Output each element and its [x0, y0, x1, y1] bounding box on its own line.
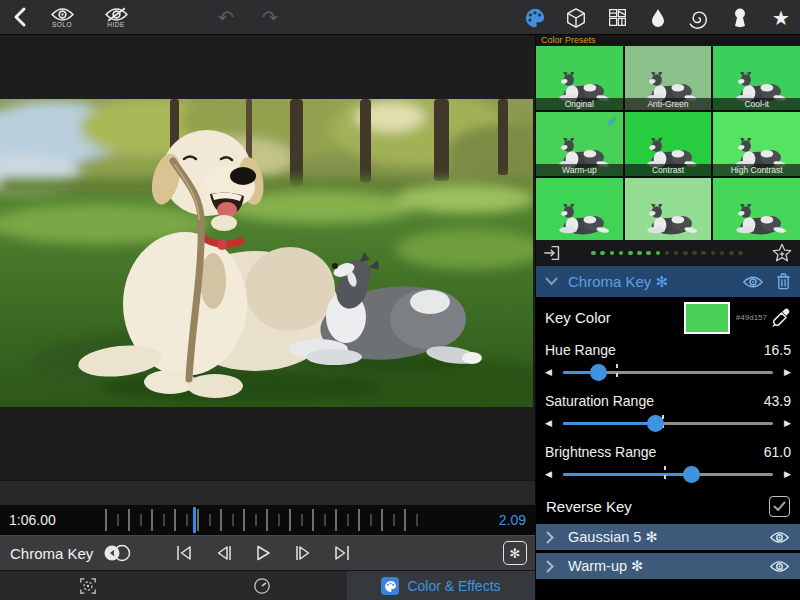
effect-bar-warm-up[interactable]: Warm-up ✻ — [536, 553, 800, 579]
preset-partial-7[interactable] — [625, 178, 712, 240]
dog-thumbnail — [722, 198, 791, 236]
ruler-tick — [278, 514, 280, 526]
ruler-tick — [416, 514, 418, 526]
preset-cool-it[interactable]: Cool-it — [713, 46, 800, 110]
slider-hue-range: Hue Range16.5◀▶ — [536, 338, 800, 389]
slider-increment-arrow[interactable]: ▶ — [779, 418, 791, 428]
slider-increment-arrow[interactable]: ▶ — [779, 367, 791, 377]
pager-dot — [692, 251, 697, 256]
ruler-tick — [209, 514, 211, 526]
pager-dots[interactable] — [563, 251, 771, 256]
pager-dot — [600, 251, 605, 256]
solo-button[interactable]: SOLO — [42, 7, 82, 28]
slider-saturation-range: Saturation Range43.9◀▶ — [536, 389, 800, 440]
slider-decrement-arrow[interactable]: ◀ — [545, 418, 557, 428]
solo-eye-icon — [50, 7, 75, 22]
key-color-swatch[interactable] — [684, 302, 730, 334]
tab-frame-fit[interactable] — [78, 576, 98, 596]
effect-keyframe-button[interactable]: ✻ — [503, 541, 527, 565]
slider-value: 61.0 — [764, 444, 791, 460]
pager-dot — [619, 251, 624, 256]
slider-default-marker — [664, 466, 666, 482]
compare-toggle[interactable] — [103, 544, 131, 562]
spiral-icon[interactable] — [686, 5, 712, 31]
pager-dot — [665, 251, 670, 256]
slider-fill — [563, 422, 655, 425]
skip-to-end-button[interactable] — [330, 542, 354, 564]
check-icon — [773, 501, 786, 512]
effect-visibility-eye-icon[interactable] — [742, 275, 764, 289]
preset-anti-green[interactable]: Anti-Green — [625, 46, 712, 110]
effect-visibility-eye-icon[interactable] — [769, 560, 790, 573]
tab-speed[interactable] — [252, 576, 272, 596]
pager-dot — [729, 251, 734, 256]
ruler-tick — [324, 514, 326, 526]
skip-to-start-button[interactable] — [172, 542, 196, 564]
slider-track[interactable] — [563, 371, 773, 374]
ruler-tick — [335, 509, 337, 531]
preset-original[interactable]: Original — [536, 46, 623, 110]
delete-effect-trash-icon[interactable] — [776, 273, 791, 290]
preset-contrast[interactable]: Contrast — [625, 112, 712, 176]
effect-bar-gaussian-5[interactable]: Gaussian 5 ✻ — [536, 524, 800, 550]
expand-chevron-icon — [546, 531, 554, 544]
effect-visibility-eye-icon[interactable] — [769, 531, 790, 544]
ruler-tick — [404, 509, 406, 531]
ruler-tick — [255, 514, 257, 526]
slider-default-marker — [616, 364, 618, 380]
slider-thumb[interactable] — [683, 466, 700, 483]
star-icon[interactable]: ★ — [768, 5, 794, 31]
import-preset-button[interactable] — [543, 243, 563, 263]
pager-dot — [674, 251, 679, 256]
slider-track[interactable] — [563, 422, 773, 425]
chroma-sliders: Hue Range16.5◀▶Saturation Range43.9◀▶Bri… — [536, 338, 800, 491]
pager-dot — [738, 251, 743, 256]
slider-decrement-arrow[interactable]: ◀ — [545, 469, 557, 479]
tab-color-effects[interactable]: Color & Effects — [347, 571, 535, 600]
slider-decrement-arrow[interactable]: ◀ — [545, 367, 557, 377]
effect-title: Gaussian 5 ✻ — [568, 529, 769, 545]
droplet-icon[interactable] — [645, 5, 671, 31]
play-button[interactable] — [251, 542, 275, 564]
reverse-key-checkbox[interactable] — [769, 496, 790, 517]
preset-high-contrast[interactable]: High Contrast — [713, 112, 800, 176]
ruler-tick — [393, 514, 395, 526]
color-effects-tab-label: Color & Effects — [407, 578, 500, 594]
preset-partial-8[interactable] — [713, 178, 800, 240]
save-preset-star-button[interactable] — [771, 242, 793, 264]
preset-partial-6[interactable] — [536, 178, 623, 240]
slider-label: Brightness Range — [545, 444, 656, 460]
slider-thumb[interactable] — [590, 364, 607, 381]
dog-thumbnail — [633, 198, 702, 236]
playhead[interactable] — [193, 507, 196, 533]
hide-button[interactable]: HIDE — [96, 7, 136, 28]
mosaic-tiles-icon[interactable] — [604, 5, 630, 31]
preset-label: Contrast — [625, 164, 712, 176]
timeline-ruler[interactable]: 1:06.00 2.09 — [0, 505, 535, 535]
slider-increment-arrow[interactable]: ▶ — [779, 469, 791, 479]
chroma-key-header[interactable]: Chroma Key ✻ — [536, 266, 800, 297]
undo-button[interactable]: ↶ — [211, 6, 241, 29]
redo-button[interactable]: ↷ — [255, 6, 285, 29]
ruler-tick — [347, 514, 349, 526]
snowflake-glyph: ✻ — [510, 546, 521, 561]
slider-thumb[interactable] — [647, 415, 664, 432]
preset-warm-up[interactable]: Warm-up✓ — [536, 112, 623, 176]
eyedropper-icon[interactable] — [772, 308, 791, 327]
keyhole-icon[interactable] — [727, 5, 753, 31]
chroma-key-title: Chroma Key ✻ — [568, 273, 730, 291]
slider-track[interactable] — [563, 473, 773, 476]
color-palette-icon[interactable] — [522, 5, 548, 31]
back-button[interactable] — [12, 6, 28, 28]
ruler-tick — [105, 509, 107, 531]
pager-dot — [591, 251, 596, 256]
ruler-tick — [117, 514, 119, 526]
frame-back-button[interactable] — [212, 542, 236, 564]
frame-forward-button[interactable] — [291, 542, 315, 564]
hide-eye-slash-icon — [104, 7, 129, 22]
timeline-track-strip[interactable] — [0, 480, 535, 505]
solo-label: SOLO — [52, 21, 72, 28]
3d-cube-icon[interactable] — [563, 5, 589, 31]
effects-panel: Color Presets OriginalAnti-GreenCool-itW… — [535, 35, 800, 600]
collapse-chevron-icon — [545, 277, 558, 286]
